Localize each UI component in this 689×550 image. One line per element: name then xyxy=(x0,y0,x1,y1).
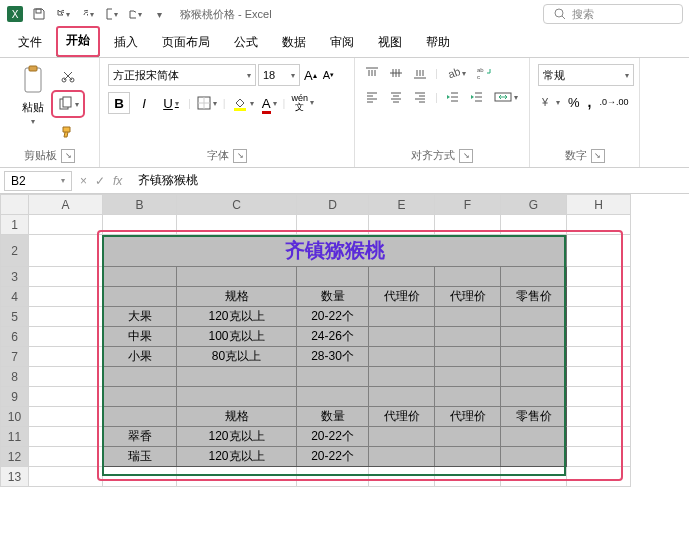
svg-text:X: X xyxy=(12,9,19,20)
accounting-format-button[interactable]: ¥ xyxy=(538,93,562,111)
tab-formulas[interactable]: 公式 xyxy=(224,28,268,57)
new-file-icon[interactable] xyxy=(102,5,120,23)
border-button[interactable] xyxy=(195,94,219,112)
col-header[interactable]: C xyxy=(177,195,297,215)
search-box[interactable]: 搜索 xyxy=(543,4,683,24)
font-color-button[interactable]: A xyxy=(260,94,279,113)
phonetic-button[interactable]: wén文 xyxy=(289,92,316,114)
comma-button[interactable]: , xyxy=(586,92,594,112)
row-header[interactable]: 3 xyxy=(1,267,29,287)
table-row[interactable]: 翠香 xyxy=(103,427,177,447)
tab-help[interactable]: 帮助 xyxy=(416,28,460,57)
percent-button[interactable]: % xyxy=(566,93,582,112)
font-name-select[interactable]: 方正报宋简体 xyxy=(108,64,256,86)
formula-input[interactable]: 齐镇猕猴桃 xyxy=(130,172,689,189)
svg-rect-2 xyxy=(36,9,41,13)
align-bottom-button[interactable] xyxy=(411,64,429,82)
font-launcher[interactable]: ↘ xyxy=(233,149,247,163)
align-launcher[interactable]: ↘ xyxy=(459,149,473,163)
fx-icon[interactable]: fx xyxy=(113,174,122,188)
align-top-button[interactable] xyxy=(363,64,381,82)
copy-button[interactable] xyxy=(55,94,81,114)
header-p2[interactable]: 代理价 xyxy=(435,407,501,427)
merge-center-button[interactable] xyxy=(492,88,520,106)
tab-layout[interactable]: 页面布局 xyxy=(152,28,220,57)
header-spec[interactable]: 规格 xyxy=(177,287,297,307)
header-p1[interactable]: 代理价 xyxy=(369,407,435,427)
row-header[interactable]: 5 xyxy=(1,307,29,327)
row-header[interactable]: 4 xyxy=(1,287,29,307)
italic-button[interactable]: I xyxy=(134,94,154,113)
header-spec[interactable]: 规格 xyxy=(177,407,297,427)
svg-text:¥: ¥ xyxy=(541,96,549,108)
col-header[interactable]: F xyxy=(435,195,501,215)
tab-data[interactable]: 数据 xyxy=(272,28,316,57)
row-header[interactable]: 9 xyxy=(1,387,29,407)
table-row[interactable]: 瑞玉 xyxy=(103,447,177,467)
row-header[interactable]: 1 xyxy=(1,215,29,235)
row-header[interactable]: 10 xyxy=(1,407,29,427)
title-cell[interactable]: 齐镇猕猴桃 xyxy=(103,235,567,267)
table-row[interactable]: 小果 xyxy=(103,347,177,367)
row-header[interactable]: 2 xyxy=(1,235,29,267)
row-header[interactable]: 11 xyxy=(1,427,29,447)
number-launcher[interactable]: ↘ xyxy=(591,149,605,163)
row-header[interactable]: 12 xyxy=(1,447,29,467)
cancel-formula-icon[interactable]: × xyxy=(80,174,87,188)
row-header[interactable]: 13 xyxy=(1,467,29,487)
bold-button[interactable]: B xyxy=(108,92,130,114)
cut-button[interactable] xyxy=(53,66,83,86)
fill-color-button[interactable] xyxy=(230,93,256,113)
align-left-button[interactable] xyxy=(363,88,381,106)
name-box[interactable]: B2 ▾ xyxy=(4,171,72,191)
worksheet-grid[interactable]: A B C D E F G H 1 2 齐镇猕猴桃 3 4 规格 数量 代理价 … xyxy=(0,194,631,487)
align-right-button[interactable] xyxy=(411,88,429,106)
align-middle-button[interactable] xyxy=(387,64,405,82)
qat-customize-icon[interactable]: ▾ xyxy=(150,5,168,23)
header-p3[interactable]: 零售价 xyxy=(501,287,567,307)
header-p2[interactable]: 代理价 xyxy=(435,287,501,307)
select-all-corner[interactable] xyxy=(1,195,29,215)
col-header[interactable]: A xyxy=(29,195,103,215)
search-placeholder: 搜索 xyxy=(572,7,594,22)
table-row[interactable]: 中果 xyxy=(103,327,177,347)
header-qty[interactable]: 数量 xyxy=(297,287,369,307)
decrease-font-button[interactable]: A▾ xyxy=(321,67,336,83)
table-row[interactable]: 大果 xyxy=(103,307,177,327)
col-header[interactable]: B xyxy=(103,195,177,215)
col-header[interactable]: H xyxy=(567,195,631,215)
tab-insert[interactable]: 插入 xyxy=(104,28,148,57)
col-header[interactable]: D xyxy=(297,195,369,215)
increase-decimal-button[interactable]: .0→.00 xyxy=(597,95,630,109)
align-center-button[interactable] xyxy=(387,88,405,106)
paste-button[interactable] xyxy=(17,62,49,98)
decrease-indent-button[interactable] xyxy=(444,88,462,106)
header-p3[interactable]: 零售价 xyxy=(501,407,567,427)
underline-button[interactable]: U xyxy=(158,94,184,113)
increase-font-button[interactable]: A▴ xyxy=(302,66,319,85)
row-header[interactable]: 7 xyxy=(1,347,29,367)
redo-icon[interactable] xyxy=(78,5,96,23)
col-header[interactable]: E xyxy=(369,195,435,215)
number-format-select[interactable]: 常规 xyxy=(538,64,634,86)
clipboard-launcher[interactable]: ↘ xyxy=(61,149,75,163)
open-folder-icon[interactable] xyxy=(126,5,144,23)
orientation-button[interactable]: ab xyxy=(444,64,468,82)
font-size-select[interactable]: 18 xyxy=(258,64,300,86)
row-header[interactable]: 6 xyxy=(1,327,29,347)
align-group-label: 对齐方式 xyxy=(411,148,455,163)
undo-icon[interactable] xyxy=(54,5,72,23)
wrap-text-button[interactable]: abc xyxy=(474,64,496,82)
row-header[interactable]: 8 xyxy=(1,367,29,387)
tab-review[interactable]: 审阅 xyxy=(320,28,364,57)
format-painter-button[interactable] xyxy=(53,122,83,142)
tab-file[interactable]: 文件 xyxy=(8,28,52,57)
save-icon[interactable] xyxy=(30,5,48,23)
header-qty[interactable]: 数量 xyxy=(297,407,369,427)
tab-home[interactable]: 开始 xyxy=(56,26,100,57)
enter-formula-icon[interactable]: ✓ xyxy=(95,174,105,188)
increase-indent-button[interactable] xyxy=(468,88,486,106)
header-p1[interactable]: 代理价 xyxy=(369,287,435,307)
tab-view[interactable]: 视图 xyxy=(368,28,412,57)
col-header[interactable]: G xyxy=(501,195,567,215)
